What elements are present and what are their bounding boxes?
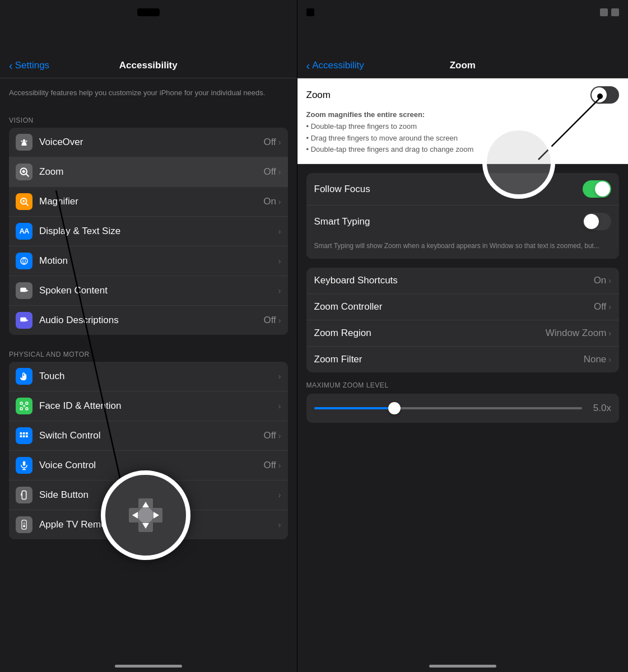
- magnifier-value: On: [263, 196, 276, 207]
- touch-chevron-icon: ›: [278, 372, 281, 381]
- zoom-filter-value: None: [584, 354, 607, 365]
- follow-focus-label: Follow Focus: [314, 184, 583, 195]
- switch-control-row[interactable]: Switch Control Off ›: [9, 421, 288, 451]
- zoom-slider-thumb[interactable]: [388, 402, 401, 414]
- voice-control-chevron-icon: ›: [278, 461, 281, 470]
- zoom-row[interactable]: Zoom Off ›: [9, 157, 288, 187]
- side-button-label: Side Button: [39, 489, 278, 501]
- zoom-icon: [16, 164, 32, 180]
- zoom-max-value: 5.0x: [589, 403, 611, 414]
- follow-focus-row[interactable]: Follow Focus: [306, 173, 619, 206]
- zoom-list-group: Keyboard Shortcuts On › Zoom Controller …: [306, 268, 619, 372]
- page-title-left: Accessibility: [65, 60, 232, 71]
- back-label-right: Accessibility: [312, 60, 364, 71]
- svg-rect-14: [26, 402, 28, 404]
- zoom-desc-bold: Zoom magnifies the entire screen:: [306, 109, 619, 121]
- max-zoom-header: MAXIMUM ZOOM LEVEL: [306, 381, 619, 394]
- home-indicator-right: [429, 665, 496, 668]
- magnifier-chevron-icon: ›: [278, 197, 281, 206]
- zoom-filter-row[interactable]: Zoom Filter None ›: [306, 347, 619, 372]
- svg-rect-9: [20, 287, 26, 292]
- smart-typing-toggle[interactable]: [583, 213, 611, 230]
- svg-rect-11: [20, 317, 26, 321]
- svg-rect-23: [23, 461, 26, 465]
- svg-line-2: [26, 174, 29, 176]
- nav-bar-right: ‹ Accessibility Zoom: [297, 25, 628, 78]
- motion-row[interactable]: Motion ›: [9, 246, 288, 276]
- follow-focus-toggle-knob: [595, 181, 610, 197]
- zoom-controller-label: Zoom Controller: [314, 301, 594, 312]
- zoom-region-chevron-icon: ›: [608, 329, 611, 338]
- motion-label: Motion: [39, 255, 278, 267]
- keyboard-shortcuts-chevron-icon: ›: [608, 276, 611, 285]
- svg-marker-12: [26, 319, 29, 321]
- status-icons-right: [600, 8, 619, 16]
- audio-descriptions-chevron-icon: ›: [278, 316, 281, 325]
- camera-pill-right: [306, 8, 314, 16]
- svg-rect-15: [20, 408, 22, 410]
- right-panel: ‹ Accessibility Zoom Zoom Zoom magnifies…: [297, 0, 628, 672]
- motion-icon: [16, 253, 32, 269]
- zoom-region-label: Zoom Region: [314, 328, 546, 339]
- nav-bar-left: ‹ Settings Accessibility: [0, 25, 297, 78]
- audio-descriptions-icon: [16, 312, 32, 329]
- zoom-toggle[interactable]: [590, 86, 619, 104]
- status-bar-left: [0, 0, 297, 25]
- spoken-content-label: Spoken Content: [39, 285, 278, 296]
- touch-row[interactable]: Touch ›: [9, 362, 288, 391]
- face-id-row[interactable]: Face ID & Attention ›: [9, 391, 288, 421]
- zoom-toggle-row: Zoom: [306, 86, 619, 104]
- apple-tv-remote-row[interactable]: Apple TV Remote ›: [9, 510, 288, 539]
- zoom-desc-outer: Zoom Zoom magnifies the entire screen: •…: [297, 78, 628, 164]
- switch-control-label: Switch Control: [39, 430, 263, 441]
- motion-chevron-icon: ›: [278, 256, 281, 265]
- zoom-chevron-icon: ›: [278, 167, 281, 176]
- svg-rect-22: [26, 435, 28, 437]
- zoom-slider-track[interactable]: [314, 407, 582, 409]
- touch-icon: [16, 368, 32, 385]
- svg-rect-17: [20, 432, 22, 435]
- spoken-content-icon: [16, 282, 32, 299]
- face-id-icon: [16, 398, 32, 414]
- apple-tv-remote-icon: [16, 516, 32, 533]
- apple-tv-remote-chevron-icon: ›: [278, 520, 281, 529]
- side-button-chevron-icon: ›: [278, 491, 281, 500]
- svg-point-29: [24, 525, 25, 526]
- description-text: Accessibility features help you customiz…: [9, 87, 288, 99]
- voiceover-value: Off: [263, 137, 276, 148]
- smart-typing-toggle-knob: [584, 214, 599, 229]
- svg-rect-20: [23, 435, 25, 437]
- voice-control-row[interactable]: Voice Control Off ›: [9, 451, 288, 480]
- zoom-toggle-knob: [592, 87, 607, 102]
- audio-descriptions-row[interactable]: Audio Descriptions Off ›: [9, 306, 288, 335]
- vision-settings-group: VoiceOver Off › Zoom Off ›: [9, 128, 288, 335]
- display-text-size-chevron-icon: ›: [278, 227, 281, 236]
- voiceover-row[interactable]: VoiceOver Off ›: [9, 128, 288, 157]
- zoom-description: Zoom magnifies the entire screen: • Doub…: [306, 109, 619, 156]
- svg-rect-27: [22, 520, 26, 529]
- display-text-size-row[interactable]: AA Display & Text Size ›: [9, 217, 288, 246]
- svg-point-3: [22, 170, 25, 172]
- svg-line-5: [26, 203, 28, 206]
- audio-descriptions-label: Audio Descriptions: [39, 315, 263, 326]
- side-button-row[interactable]: Side Button ›: [9, 480, 288, 510]
- apple-tv-remote-label: Apple TV Remote: [39, 519, 278, 530]
- magnifier-icon: [16, 193, 32, 210]
- spoken-content-row[interactable]: Spoken Content ›: [9, 276, 288, 306]
- svg-rect-21: [26, 432, 28, 435]
- magnifier-row[interactable]: Magnifier On ›: [9, 187, 288, 217]
- zoom-region-row[interactable]: Zoom Region Window Zoom ›: [306, 320, 619, 347]
- accessibility-description: Accessibility features help you customiz…: [0, 78, 297, 105]
- magnifier-label: Magnifier: [39, 196, 263, 207]
- follow-focus-toggle[interactable]: [583, 180, 611, 198]
- svg-marker-10: [26, 289, 29, 292]
- voiceover-chevron-icon: ›: [278, 138, 281, 147]
- accessibility-back-button[interactable]: ‹ Accessibility: [306, 60, 374, 71]
- smart-typing-row[interactable]: Smart Typing: [306, 206, 619, 237]
- zoom-filter-chevron-icon: ›: [608, 355, 611, 364]
- zoom-controller-row[interactable]: Zoom Controller Off ›: [306, 294, 619, 320]
- physical-motor-header: PHYSICAL AND MOTOR: [0, 339, 297, 362]
- settings-back-button[interactable]: ‹ Settings: [9, 60, 65, 71]
- keyboard-shortcuts-row[interactable]: Keyboard Shortcuts On ›: [306, 268, 619, 294]
- svg-point-8: [21, 258, 27, 264]
